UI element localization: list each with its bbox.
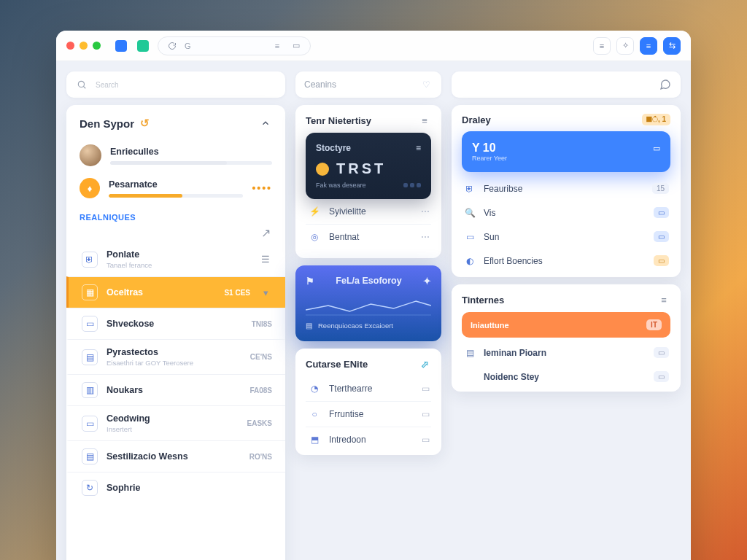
- nav-item-3[interactable]: ▤PyrastectosEisaethri tar GOY TeerosereC…: [66, 339, 285, 374]
- max-dot[interactable]: [93, 42, 101, 50]
- row-label: Sun: [484, 232, 499, 242]
- profile1-progress: [110, 161, 272, 165]
- nav-meta: EASKS: [247, 419, 272, 427]
- bottom-list-row-0[interactable]: ▤Ieminan Pioarn▭: [462, 341, 670, 365]
- section-action-icon[interactable]: ↗: [259, 226, 272, 239]
- nav-sub: Eisaethri tar GOY Teerosere: [107, 359, 241, 367]
- nav-icon: ▭: [82, 416, 98, 432]
- nav-title: Ceodwing: [107, 413, 239, 424]
- profile2-name: Pesarnatce: [109, 179, 243, 190]
- nav-meta-icon: ☰: [259, 253, 272, 266]
- row-end-icon: ▭: [422, 409, 430, 419]
- omnibox-letter: G: [185, 42, 191, 50]
- nav-title: Oceltras: [107, 287, 215, 298]
- profile2-dots: ••••: [252, 182, 272, 194]
- chat-icon[interactable]: [659, 78, 672, 91]
- traffic-lights: [66, 42, 101, 50]
- menu-icon[interactable]: ≡: [271, 39, 284, 52]
- nav-icon: ▦: [82, 284, 98, 300]
- nav-title: Pyrastectos: [107, 347, 241, 357]
- send-icon[interactable]: ⬀: [418, 357, 431, 370]
- nav-item-2[interactable]: ▭ShveckoseTNI8S: [66, 308, 285, 339]
- darkcard-menu-icon[interactable]: ≡: [416, 143, 421, 153]
- nav-title: Shveckose: [107, 319, 243, 329]
- darkcard-head: Stoctyre: [316, 143, 351, 153]
- orange-strip[interactable]: Iniauttune IT: [462, 312, 670, 338]
- collapse-icon[interactable]: [259, 117, 272, 130]
- center-bottom-row-2[interactable]: ⬒Intredoon▭: [306, 427, 431, 452]
- row-label: Syivielitte: [329, 206, 366, 217]
- row-label: Eflort Boencies: [484, 256, 543, 266]
- toolbar-btn-1[interactable]: ≡: [593, 37, 611, 55]
- nav-meta: FA08S: [249, 386, 272, 394]
- bottomcard-menu-icon[interactable]: ≡: [657, 293, 670, 306]
- center-bottom-card: Cutarse ENite ⬀ ◔Tterthearre▭○Frruntise▭…: [295, 349, 441, 455]
- nav-item-1[interactable]: ▦OceltrasS1 CES▾: [66, 276, 285, 308]
- row-icon: ▤: [463, 348, 476, 358]
- row-badge: ▭: [654, 347, 669, 358]
- nav-item-4[interactable]: ▥NoukarsFA08S: [66, 374, 285, 405]
- center-list-row-0[interactable]: ⚡Syivielitte⋯: [306, 199, 431, 224]
- toolbar-blue-2[interactable]: ⇆: [663, 37, 681, 55]
- toolbar-blue-1[interactable]: ≡: [640, 37, 657, 55]
- sidebar-search[interactable]: Search: [66, 71, 285, 98]
- row-label: Noidenc Stey: [484, 372, 539, 382]
- nav-meta-icon: ▾: [259, 286, 272, 299]
- center-list-row-1[interactable]: ◎Bentnat⋯: [306, 224, 431, 249]
- nav-meta: TNI8S: [252, 320, 272, 328]
- nav-item-5[interactable]: ▭CeodwingInsertertEASKS: [66, 405, 285, 440]
- center-search[interactable]: Ceanins ♡: [295, 71, 441, 98]
- row-badge: ▭: [654, 255, 669, 266]
- nav-item-0[interactable]: ⛨PonlateTanael ferance☰: [66, 242, 285, 276]
- blue-card[interactable]: Y 10 ▭ Rearer Yeer: [462, 131, 670, 172]
- close-dot[interactable]: [66, 42, 74, 50]
- omnibox[interactable]: G ≡ ▭: [158, 36, 311, 55]
- bottom-list-row-1[interactable]: Noidenc Stey▭: [462, 365, 670, 389]
- darkcard-foot: Fak was deseare: [316, 182, 366, 189]
- dark-card[interactable]: Stoctyre ≡ TRST Fak was deseare: [306, 133, 431, 199]
- right-list-row-0[interactable]: ⛨Feauribse15: [462, 176, 670, 201]
- nav-sub: Insertert: [107, 425, 239, 433]
- toolbar-btn-2[interactable]: ✧: [616, 37, 634, 55]
- center-search-placeholder: Ceanins: [304, 79, 336, 90]
- center-bottom-row-1[interactable]: ○Frruntise▭: [306, 401, 431, 427]
- center-card-1: Tenr Nietertisy ≡ Stoctyre ≡ TRST Fak wa…: [295, 105, 441, 258]
- min-dot[interactable]: [80, 42, 88, 50]
- orange-strip-badge: IT: [646, 319, 662, 330]
- right-list-row-2[interactable]: ▭Sun▭: [462, 225, 670, 249]
- row-label: Feauribse: [484, 184, 522, 194]
- profile-row-2[interactable]: ♦ Pesarnatce ••••: [66, 172, 285, 204]
- sidebar-search-placeholder: Search: [96, 81, 119, 89]
- rect-icon[interactable]: ▭: [290, 39, 303, 52]
- row-icon: ⚡: [307, 206, 322, 217]
- gradient-card[interactable]: ⚑ FeL/a Esoforoy ✦ ▤ Reenquiocaos Excaio…: [295, 265, 441, 341]
- nav-item-7[interactable]: ↻Sophrie: [66, 472, 285, 503]
- right-list-row-1[interactable]: 🔍Vis▭: [462, 201, 670, 225]
- row-label: Vis: [484, 208, 495, 218]
- sidebar: Search Den Sypor ↺ Enrieculles: [66, 71, 285, 560]
- gradcard-foot: Reenquiocaos Excaioert: [318, 322, 393, 330]
- nav-title: Sophrie: [107, 483, 263, 493]
- nav-sub: Tanael ferance: [107, 261, 241, 269]
- nav-meta: CE'NS: [250, 353, 272, 361]
- app-window: G ≡ ▭ ≡ ✧ ≡ ⇆ Search Den Sypor ↺: [56, 31, 691, 560]
- center-bottom-row-0[interactable]: ◔Tterthearre▭: [306, 376, 431, 401]
- app-icon-1: [115, 40, 127, 52]
- orange-strip-label: Iniauttune: [471, 321, 509, 330]
- nav-item-6[interactable]: ▤Sestilizacio WesnsRO'NS: [66, 440, 285, 472]
- panel-title: Den Sypor: [80, 117, 134, 130]
- nav-title: Sestilizacio Wesns: [107, 451, 241, 462]
- right-search[interactable]: [452, 71, 681, 98]
- bluecard-sub: Rearer Yeer: [472, 155, 660, 162]
- right-card-title: Draley: [462, 114, 491, 125]
- card-menu-icon[interactable]: ≡: [418, 114, 431, 127]
- nav-icon: ▥: [82, 382, 98, 398]
- panel-head: Den Sypor ↺: [66, 115, 285, 139]
- right-list-row-3[interactable]: ◐Eflort Boencies▭: [462, 249, 670, 273]
- row-icon: 🔍: [463, 208, 476, 218]
- row-icon: ◔: [307, 384, 322, 394]
- profile-row-1[interactable]: Enrieculles: [66, 139, 285, 172]
- gradcard-foot-icon: ▤: [306, 322, 312, 330]
- nav-meta: RO'NS: [249, 453, 272, 461]
- heart-icon[interactable]: ♡: [419, 78, 433, 91]
